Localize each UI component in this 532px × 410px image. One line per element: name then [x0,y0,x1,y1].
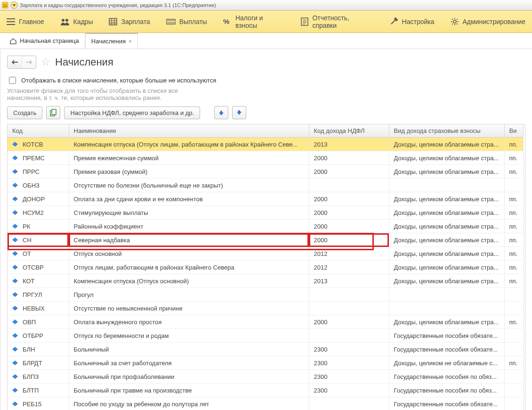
row-item-icon [12,320,18,324]
app-logo-icon: 1c [2,2,8,8]
svg-point-3 [62,19,64,22]
table-row[interactable]: ПРЕМСПремия ежемесячная суммой2000Доходы… [8,151,525,165]
svg-point-4 [65,19,68,22]
menu-burger[interactable]: Главное [4,16,47,27]
page-body: ☆ Начисления Отображать в списке начисле… [0,49,532,410]
titlebar-dropdown-icon[interactable] [10,1,18,9]
table-row[interactable]: ОТОтпуск основной2012Доходы, целиком обл… [8,247,525,261]
svg-marker-2 [12,4,16,7]
col-name-header[interactable]: Наименование [69,124,309,138]
table-row[interactable]: БЛРДТБольничный за счет работодателя2300… [8,356,525,370]
col-ins-header[interactable]: Вид дохода страховые взносы [389,124,504,138]
menu-salary[interactable]: Зарплата [106,16,153,27]
row-item-icon [12,333,18,338]
table-row[interactable]: ОВПОплата вынужденного простоя2000Доходы… [8,315,525,329]
table-row[interactable]: ДОНОРОплата за дни сдачи крови и ее комп… [8,192,525,206]
menu-settings[interactable]: Настройка [387,16,437,28]
row-item-icon [12,374,18,379]
row-item-icon [12,292,18,297]
menu-payments[interactable]: Выплаты [163,16,210,27]
table-row[interactable]: РЕБ15Пособие по уходу за ребенком до пол… [8,397,525,410]
svg-marker-31 [12,347,18,352]
tab-accruals[interactable]: Начисления × [85,33,138,49]
copy-button[interactable] [46,106,60,119]
svg-marker-30 [12,333,18,338]
window-titlebar: 1c Зарплата и кадры государственного учр… [0,0,532,10]
table-row[interactable]: РКРайонный коэффициент2000Доходы, целико… [8,220,525,233]
create-button[interactable]: Создать [7,107,42,119]
menu-taxes[interactable]: % Налоги и взносы [220,12,288,31]
svg-marker-28 [12,306,18,311]
svg-rect-13 [220,114,222,115]
table-row[interactable]: ОТСВРОтпуск лицам, работающим в районах … [8,261,525,274]
move-down-button[interactable] [232,106,246,119]
svg-marker-29 [12,320,18,324]
svg-marker-26 [12,279,18,283]
svg-text:1c: 1c [3,3,8,8]
menu-reports[interactable]: Отчетность, справки [298,12,376,31]
nav-forward-button[interactable] [22,56,36,68]
menu-staff[interactable]: Кадры [57,16,96,27]
svg-point-9 [453,20,456,23]
svg-marker-17 [12,156,18,160]
menu-main-label: Главное [19,18,44,25]
move-up-button[interactable] [214,106,228,119]
page-title: Начисления [55,56,113,68]
row-item-icon [12,361,18,365]
col-code-header[interactable]: Код [8,124,69,138]
table-row[interactable]: ПРГУЛПрогул [8,288,525,302]
svg-marker-27 [12,292,18,297]
table-row[interactable]: БЛТПБольничный при травме на производств… [8,384,525,397]
nav-buttons [7,56,36,69]
row-item-icon [12,402,18,406]
svg-rect-6 [166,19,176,24]
svg-rect-5 [109,18,117,25]
svg-marker-35 [12,402,18,406]
row-item-icon [12,183,18,188]
home-icon [9,38,17,44]
favorite-star-icon[interactable]: ☆ [41,56,50,68]
checkbox-hint: Установите флажок для того чтобы отобраз… [7,87,525,101]
svg-marker-24 [12,251,18,256]
table-row[interactable]: БЛПЗБольничный при профзаболевании2300Го… [8,370,525,384]
row-item-icon [12,197,18,201]
table-row[interactable]: СНСеверная надбавка2000Доходы, целиком о… [8,233,525,247]
svg-rect-15 [238,110,240,112]
row-item-icon [12,251,18,256]
row-item-icon [12,306,18,311]
row-item-icon [12,142,18,147]
table-row[interactable]: КОТСВКомпенсация отпуска (Отпуск лицам, … [8,138,525,151]
svg-rect-8 [301,18,308,25]
table-row[interactable]: ОБНЗОтсутствие по болезни (больничный ещ… [8,179,525,192]
table-row[interactable]: БЛНБольничный2300Государственные пособия… [8,343,525,356]
table-row[interactable]: ОТБРРОтпуск по беременности и родамГосуд… [8,329,525,343]
col-ndfl-header[interactable]: Код дохода НДФЛ [309,124,389,138]
svg-marker-20 [12,197,18,201]
tab-home[interactable]: Начальная страница [4,33,85,49]
row-item-icon [12,210,18,215]
table-row[interactable]: НСУМ2Стимулирующие выплаты2000Доходы, це… [8,206,525,220]
tab-bar: Начальная страница Начисления × [0,33,532,49]
svg-marker-33 [12,374,18,379]
nav-back-button[interactable] [8,56,22,68]
svg-marker-21 [12,210,18,215]
table-row[interactable]: КОТКомпенсация отпуска (Отпуск основной)… [8,274,525,288]
row-item-icon [12,265,18,270]
row-item-icon [12,169,18,174]
show-unused-checkbox[interactable] [9,77,16,84]
show-unused-label: Отображать в списке начисления, которые … [21,77,216,84]
table-row[interactable]: НЕВЫХОтсутствие по невыясненной причине [8,302,525,315]
config-button[interactable]: Настройка НДФЛ, среднего заработка и др. [64,107,200,119]
col-last-header[interactable]: Ви [504,124,523,138]
main-menu-toolbar: Главное Кадры Зарплата Выплаты % Налоги … [0,10,532,33]
svg-marker-16 [12,142,18,147]
svg-marker-34 [12,388,18,393]
svg-marker-12 [219,110,224,114]
close-icon[interactable]: × [129,38,132,45]
row-item-icon [12,224,18,229]
row-item-icon [12,388,18,393]
menu-admin[interactable]: Администрирование [448,16,529,28]
svg-marker-23 [12,238,18,242]
accruals-table: Код Наименование Код дохода НДФЛ Вид дох… [7,124,525,410]
table-row[interactable]: ПРРСПремия разовая (суммой)2000Доходы, ц… [8,165,525,179]
